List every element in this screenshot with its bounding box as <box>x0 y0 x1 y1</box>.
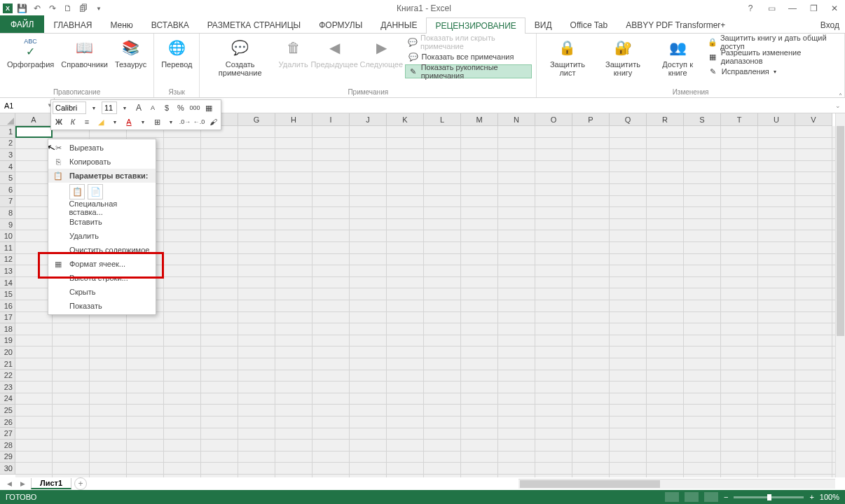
tab-data[interactable]: ДАННЫЕ <box>371 17 426 33</box>
new-sheet-button[interactable]: + <box>74 477 87 490</box>
column-header[interactable]: S <box>684 113 721 126</box>
expand-formula-bar-icon[interactable]: ⌄ <box>831 102 845 109</box>
row-header[interactable]: 24 <box>0 393 15 405</box>
collapse-ribbon-icon[interactable]: ˄ <box>839 92 842 100</box>
mini-decrease-font-icon[interactable]: A <box>146 102 159 114</box>
row-header[interactable]: 13 <box>0 265 15 277</box>
column-header[interactable]: K <box>387 113 424 126</box>
mini-size-dropdown-icon[interactable]: ▼ <box>118 102 131 114</box>
qat-open[interactable]: 🗐 <box>77 2 90 15</box>
row-header[interactable]: 8 <box>0 207 15 219</box>
tab-review[interactable]: РЕЦЕНЗИРОВАНИЕ <box>426 18 525 34</box>
row-header[interactable]: 9 <box>0 219 15 231</box>
row-header[interactable]: 7 <box>0 196 15 208</box>
horizontal-scroll-thumb[interactable] <box>520 480 660 488</box>
share-workbook-button[interactable]: 👥 Доступ к книге <box>652 35 703 78</box>
paste-option-default[interactable]: 📋 <box>69 184 85 200</box>
qat-customize-icon[interactable]: ▼ <box>92 2 105 15</box>
name-box[interactable]: A1 ▼ <box>0 98 55 113</box>
next-comment-button[interactable]: ▶ Следующее <box>359 35 404 70</box>
row-header[interactable]: 2 <box>0 138 15 150</box>
tab-page-layout[interactable]: РАЗМЕТКА СТРАНИЦЫ <box>198 17 310 33</box>
context-format-cells[interactable]: ▦ Формат ячеек... <box>48 257 156 271</box>
context-copy[interactable]: ⎘ Копировать <box>48 155 156 169</box>
zoom-slider-thumb[interactable] <box>767 494 771 500</box>
row-header[interactable]: 11 <box>0 242 15 254</box>
qat-redo[interactable]: ↷ <box>46 2 59 15</box>
tab-office-tab[interactable]: Office Tab <box>561 17 617 33</box>
show-all-comments-button[interactable]: 💬 Показать все примечания <box>405 50 533 64</box>
mini-accounting-format-icon[interactable]: $ <box>160 102 173 114</box>
protect-workbook-button[interactable]: 🔐 Защитить книгу <box>596 35 651 78</box>
row-header[interactable]: 6 <box>0 184 15 196</box>
column-header[interactable]: V <box>795 113 832 126</box>
minimize-button[interactable]: — <box>785 2 800 15</box>
thesaurus-button[interactable]: 📚 Тезаурус <box>112 35 149 70</box>
row-header[interactable]: 19 <box>0 335 15 347</box>
qat-undo[interactable]: ↶ <box>31 2 43 15</box>
protect-sheet-button[interactable]: 🔒 Защитить лист <box>541 35 594 78</box>
column-header[interactable]: H <box>275 113 312 126</box>
column-header[interactable]: O <box>535 113 572 126</box>
research-button[interactable]: 📖 Справочники <box>58 35 111 70</box>
show-hide-comment-button[interactable]: 💬 Показать или скрыть примечание <box>405 35 533 49</box>
context-unhide[interactable]: Показать <box>48 299 156 313</box>
tab-formulas[interactable]: ФОРМУЛЫ <box>310 17 371 33</box>
context-row-height[interactable]: Высота строки... <box>48 271 156 285</box>
mini-bold-button[interactable]: Ж <box>53 115 65 128</box>
ribbon-display-options[interactable]: ▭ <box>764 2 779 15</box>
zoom-out-button[interactable]: − <box>724 493 728 501</box>
protect-and-share-button[interactable]: 🔒 Защитить книгу и дать общий доступ <box>705 35 840 49</box>
column-header[interactable]: A <box>15 113 53 126</box>
mini-italic-button[interactable]: К <box>67 115 79 128</box>
sheet-nav-next-icon[interactable]: ▶ <box>18 480 28 487</box>
show-ink-button[interactable]: ✎ Показать рукописные примечания <box>405 64 533 78</box>
tab-view[interactable]: ВИД <box>525 17 561 33</box>
column-header[interactable]: G <box>238 113 275 126</box>
active-cell[interactable] <box>15 126 53 138</box>
mini-font-size[interactable] <box>102 102 117 114</box>
mini-fill-dropdown-icon[interactable]: ▼ <box>109 115 121 128</box>
row-header[interactable]: 3 <box>0 149 15 161</box>
column-header[interactable]: U <box>758 113 795 126</box>
mini-font-color-icon[interactable]: A <box>123 115 135 128</box>
row-header[interactable]: 17 <box>0 312 15 324</box>
mini-borders-icon[interactable]: ⊞ <box>151 115 163 128</box>
vertical-scrollbar[interactable] <box>835 113 845 477</box>
mini-format-painter-icon[interactable]: 🖌 <box>207 115 219 128</box>
translate-button[interactable]: 🌐 Перевод <box>158 35 195 70</box>
view-normal-button[interactable] <box>665 492 679 502</box>
tab-insert[interactable]: ВСТАВКА <box>142 17 198 33</box>
zoom-in-button[interactable]: + <box>809 493 813 501</box>
track-changes-button[interactable]: ✎ Исправления▾ <box>705 64 840 78</box>
help-button[interactable]: ? <box>743 2 758 15</box>
view-page-break-button[interactable] <box>704 492 718 502</box>
close-button[interactable]: ✕ <box>827 2 842 15</box>
view-page-layout-button[interactable] <box>685 492 699 502</box>
prev-comment-button[interactable]: ◀ Предыдущее <box>310 35 358 70</box>
vertical-scroll-thumb[interactable] <box>837 126 844 336</box>
mini-increase-font-icon[interactable]: A <box>132 102 145 114</box>
mini-align-icon[interactable]: ≡ <box>81 115 93 128</box>
mini-increase-decimal-icon[interactable]: .0→ <box>179 115 191 128</box>
row-header[interactable]: 22 <box>0 370 15 382</box>
mini-comma-icon[interactable]: 000 <box>188 102 201 114</box>
sign-in-link[interactable]: Вход <box>815 18 845 33</box>
column-header[interactable]: T <box>721 113 758 126</box>
row-header[interactable]: 26 <box>0 416 15 428</box>
sheet-nav-prev-icon[interactable]: ◀ <box>4 480 15 487</box>
row-header[interactable]: 12 <box>0 254 15 266</box>
row-header[interactable]: 30 <box>0 463 15 475</box>
column-header[interactable]: P <box>572 113 610 126</box>
sheet-tab[interactable]: Лист1 <box>31 478 71 489</box>
context-insert[interactable]: Вставить <box>48 215 156 229</box>
mini-percent-icon[interactable]: % <box>174 102 187 114</box>
row-header[interactable]: 25 <box>0 405 15 416</box>
delete-comment-button[interactable]: 🗑 Удалить <box>277 35 309 70</box>
row-header[interactable]: 18 <box>0 323 15 335</box>
spelling-button[interactable]: ABC✓ Орфография <box>4 35 57 70</box>
context-cut[interactable]: ✂ Вырезать <box>48 141 156 155</box>
qat-new[interactable]: 🗋 <box>62 2 74 15</box>
zoom-level[interactable]: 100% <box>820 493 839 501</box>
column-header[interactable]: R <box>647 113 684 126</box>
